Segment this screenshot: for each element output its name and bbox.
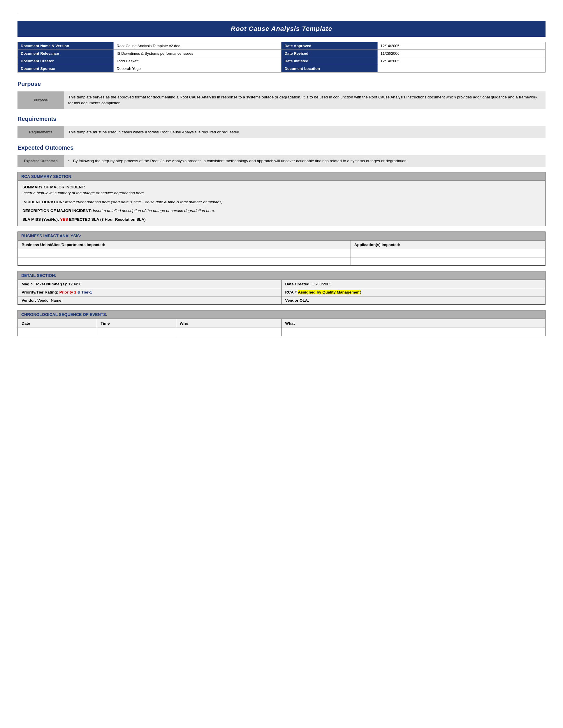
page-title: Root Cause Analysis Template: [17, 21, 546, 37]
rca-summary-section: RCA SUMMARY SECTION: SUMMARY OF MAJOR IN…: [17, 172, 546, 226]
detail-row-3: Vendor: Vendor Name Vendor OLA:: [18, 296, 545, 305]
vendor-cell: Vendor: Vendor Name: [18, 296, 282, 305]
incident-text: Insert event duration here (start date &…: [65, 200, 223, 204]
requirements-heading: Requirements: [17, 116, 546, 122]
rca-value: Assigned by Quality Management: [298, 290, 361, 294]
date-created-value: 11/30/2005: [312, 282, 332, 286]
detail-row-2: Priority/Tier Rating: Priority 1 & Tier-…: [18, 288, 545, 296]
ticket-value: 123456: [68, 282, 81, 286]
doc-value-left-2: Todd Baskett: [114, 57, 282, 65]
chronological-table: DateTimeWhoWhat: [18, 319, 545, 336]
expected-outcomes-row: Expected Outcomes • By following the ste…: [17, 155, 546, 167]
detail-row-1: Magic Ticket Number(s): 123456 Date Crea…: [18, 280, 545, 288]
chronological-section: CHRONOLOGICAL SEQUENCE OF EVENTS: DateTi…: [17, 310, 546, 336]
chron-row1-time: [97, 328, 176, 336]
doc-label-left-2: Document Creator: [18, 57, 114, 65]
incident-label: INCIDENT DURATION:: [22, 200, 64, 204]
vendor-ola-cell: Vendor OLA:: [282, 296, 545, 305]
doc-label-right-2: Date Initiated: [282, 57, 377, 65]
requirements-text: This template must be used in cases wher…: [64, 126, 546, 138]
chron-col-2: Who: [176, 319, 282, 328]
impact-row1-col1: [18, 249, 351, 257]
doc-label-right-3: Document Location: [282, 65, 377, 73]
chron-col-3: What: [282, 319, 545, 328]
impact-col1-header: Business Units/Sites/Departments Impacte…: [18, 241, 351, 249]
doc-label-left-0: Document Name & Version: [18, 42, 114, 50]
summary-paragraph: SUMMARY OF MAJOR INCIDENT: Insert a high…: [22, 184, 541, 196]
chronological-body: DateTimeWhoWhat: [18, 319, 545, 336]
sla-value: YES: [60, 217, 68, 222]
business-impact-header: BUSINESS IMPACT ANALYSIS:: [18, 232, 545, 240]
business-impact-body: Business Units/Sites/Departments Impacte…: [18, 240, 545, 266]
expected-outcomes-label: Expected Outcomes: [17, 155, 64, 167]
bullet-icon: •: [68, 159, 70, 163]
detail-section: DETAIL SECTION: Magic Ticket Number(s): …: [17, 271, 546, 305]
doc-label-right-0: Date Approved: [282, 42, 377, 50]
chron-row1-who: [176, 328, 282, 336]
description-text: Insert a detailed description of the out…: [93, 208, 215, 213]
rca-summary-body: SUMMARY OF MAJOR INCIDENT: Insert a high…: [18, 181, 545, 226]
vendor-value: Vendor Name: [37, 298, 61, 303]
rca-label: RCA #: [285, 290, 297, 294]
doc-label-left-3: Document Sponsor: [18, 65, 114, 73]
ticket-cell: Magic Ticket Number(s): 123456: [18, 280, 282, 288]
impact-col2-header: Application(s) Impacted:: [351, 241, 545, 249]
impact-row2-col2: [351, 257, 545, 266]
requirements-row: Requirements This template must be used …: [17, 126, 546, 138]
priority-label: Priority/Tier Rating:: [22, 290, 58, 294]
rca-number-cell: RCA # Assigned by Quality Management: [282, 288, 545, 296]
vendor-label: Vendor:: [22, 298, 36, 303]
doc-label-left-1: Document Relevance: [18, 50, 114, 57]
doc-value-left-1: IS Downtimes & Systems performance issue…: [114, 50, 282, 57]
doc-value-right-1: 11/28/2006: [377, 50, 545, 57]
doc-value-left-3: Deborah Yogel: [114, 65, 282, 73]
expected-outcomes-bullet: By following the step-by-step process of…: [73, 159, 408, 163]
doc-value-right-0: 12/14/2005: [377, 42, 545, 50]
business-impact-section: BUSINESS IMPACT ANALYSIS: Business Units…: [17, 232, 546, 266]
purpose-heading: Purpose: [17, 81, 546, 87]
chronological-header: CHRONOLOGICAL SEQUENCE OF EVENTS:: [18, 310, 545, 319]
summary-label: SUMMARY OF MAJOR INCIDENT:: [22, 185, 85, 189]
expected-outcomes-text: • By following the step-by-step process …: [64, 155, 546, 167]
chron-row-1: [18, 328, 545, 336]
expected-outcomes-heading: Expected Outcomes: [17, 144, 546, 151]
summary-text: Insert a high-level summary of the outag…: [22, 191, 145, 195]
priority-value: Priority 1: [59, 290, 77, 294]
description-paragraph: DESCRIPTION OF MAJOR INCIDENT: Insert a …: [22, 208, 541, 214]
detail-table: Magic Ticket Number(s): 123456 Date Crea…: [18, 280, 545, 305]
date-created-cell: Date Created: 11/30/2005: [282, 280, 545, 288]
sla-suffix: EXPECTED SLA (3 Hour Resolution SLA): [69, 217, 146, 222]
vendor-ola-label: Vendor OLA:: [285, 298, 310, 303]
description-label: DESCRIPTION OF MAJOR INCIDENT:: [22, 208, 92, 213]
purpose-text: This template serves as the approved for…: [64, 91, 546, 109]
chron-row1-what: [282, 328, 545, 336]
tier-value: Tier-1: [81, 290, 92, 294]
doc-value-right-3: [377, 65, 545, 73]
ticket-label: Magic Ticket Number(s):: [22, 282, 67, 286]
rca-summary-header: RCA SUMMARY SECTION:: [18, 172, 545, 181]
requirements-label: Requirements: [17, 126, 64, 138]
doc-value-right-2: 12/14/2005: [377, 57, 545, 65]
doc-info-table: Document Name & VersionRoot Cause Analys…: [17, 42, 546, 73]
purpose-row: Purpose This template serves as the appr…: [17, 91, 546, 109]
impact-row-1: [18, 249, 545, 257]
chron-col-1: Time: [97, 319, 176, 328]
detail-body: Magic Ticket Number(s): 123456 Date Crea…: [18, 280, 545, 305]
priority-cell: Priority/Tier Rating: Priority 1 & Tier-…: [18, 288, 282, 296]
impact-row1-col2: [351, 249, 545, 257]
detail-header: DETAIL SECTION:: [18, 271, 545, 280]
chron-row1-date: [18, 328, 97, 336]
sla-paragraph: SLA MISS (Yes/No): YES EXPECTED SLA (3 H…: [22, 217, 541, 222]
impact-table: Business Units/Sites/Departments Impacte…: [18, 240, 545, 266]
doc-value-left-0: Root Cause Analysis Template v2.doc: [114, 42, 282, 50]
sla-label: SLA MISS (Yes/No):: [22, 217, 59, 222]
impact-row-2: [18, 257, 545, 266]
tier-connector: &: [77, 290, 82, 294]
incident-duration-paragraph: INCIDENT DURATION: Insert event duration…: [22, 199, 541, 205]
purpose-label: Purpose: [17, 91, 64, 109]
impact-row2-col1: [18, 257, 351, 266]
date-created-label: Date Created:: [285, 282, 311, 286]
chron-col-0: Date: [18, 319, 97, 328]
doc-label-right-1: Date Revised: [282, 50, 377, 57]
